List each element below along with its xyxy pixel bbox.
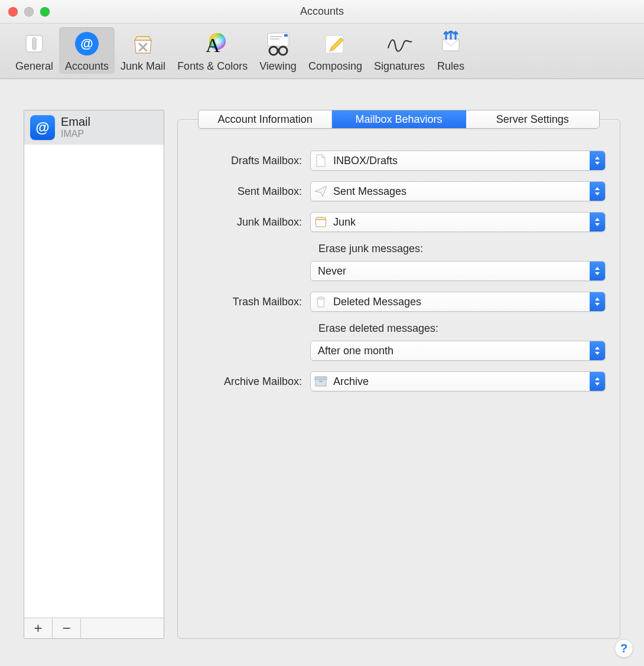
titlebar: Accounts — [0, 0, 644, 24]
close-window-button[interactable] — [8, 7, 18, 17]
toolbar-item-signatures[interactable]: Signatures — [368, 27, 431, 74]
footer-spacer — [81, 618, 164, 638]
zoom-window-button[interactable] — [40, 7, 50, 17]
paper-plane-icon — [311, 185, 331, 197]
svg-point-14 — [279, 47, 287, 55]
signatures-icon — [385, 30, 414, 58]
accounts-list: @ Email IMAP + − — [24, 110, 164, 639]
tab-account-information[interactable]: Account Information — [199, 110, 332, 128]
drafts-mailbox-popup[interactable]: INBOX/Drafts — [310, 151, 606, 171]
row-erase-junk: Never — [192, 261, 606, 281]
viewing-icon — [264, 30, 292, 58]
erase-deleted-popup[interactable]: After one month — [310, 341, 606, 361]
tab-server-settings[interactable]: Server Settings — [466, 110, 599, 128]
row-archive: Archive Mailbox: Archive — [192, 371, 606, 391]
archive-mailbox-popup[interactable]: Archive — [310, 371, 606, 391]
toolbar-item-rules[interactable]: Rules — [431, 27, 471, 74]
mailbox-behaviors-form: Drafts Mailbox: INBOX/Drafts — [192, 151, 606, 624]
accounts-icon: @ — [73, 30, 101, 58]
help-button[interactable]: ? — [614, 639, 633, 658]
toolbar-item-accounts[interactable]: @ Accounts — [59, 27, 115, 74]
toolbar-item-viewing[interactable]: Viewing — [253, 27, 303, 74]
toolbar-item-general[interactable]: General — [9, 27, 59, 74]
pane-frame: Drafts Mailbox: INBOX/Drafts — [177, 119, 620, 639]
trash-mailbox-popup[interactable]: Deleted Messages — [310, 292, 606, 312]
rules-icon — [437, 30, 465, 58]
composing-icon — [321, 30, 349, 58]
accounts-footer: + − — [24, 618, 164, 638]
svg-rect-10 — [284, 34, 288, 37]
general-icon — [20, 30, 48, 58]
chevrons-icon — [590, 151, 605, 170]
accounts-scroll[interactable]: @ Email IMAP — [24, 110, 164, 618]
chevrons-icon — [590, 213, 605, 231]
svg-text:@: @ — [80, 36, 93, 51]
label-drafts: Drafts Mailbox: — [192, 155, 310, 167]
add-account-button[interactable]: + — [24, 618, 53, 638]
row-junk: Junk Mailbox: Junk — [192, 212, 606, 232]
svg-rect-1 — [32, 38, 36, 50]
junk-box-icon — [311, 216, 331, 228]
toolbar-label: General — [15, 60, 53, 73]
svg-point-13 — [269, 47, 278, 55]
toolbar-label: Signatures — [374, 60, 425, 73]
svg-rect-21 — [319, 381, 323, 382]
popup-value: INBOX/Drafts — [331, 155, 590, 167]
toolbar-item-fonts-colors[interactable]: A Fonts & Colors — [171, 27, 253, 74]
toolbar-label: Rules — [437, 60, 464, 73]
fonts-colors-icon: A — [199, 30, 227, 58]
toolbar-label: Composing — [308, 60, 362, 73]
chevrons-icon — [590, 262, 605, 280]
label-erase-junk: Erase junk messages: — [318, 243, 606, 255]
tab-mailbox-behaviors[interactable]: Mailbox Behaviors — [332, 110, 466, 128]
svg-text:A: A — [206, 34, 220, 56]
popup-value: Deleted Messages — [331, 296, 590, 308]
chevrons-icon — [590, 372, 605, 391]
trash-icon — [311, 295, 331, 308]
popup-value: Archive — [331, 376, 590, 388]
popup-value: Junk — [331, 216, 590, 228]
account-tabs: Account Information Mailbox Behaviors Se… — [198, 110, 600, 129]
content-area: @ Email IMAP + − Account Information Mai… — [0, 92, 644, 666]
account-text: Email IMAP — [61, 115, 90, 139]
popup-value: Never — [311, 265, 590, 278]
label-erase-deleted: Erase deleted messages: — [318, 322, 606, 335]
account-row[interactable]: @ Email IMAP — [24, 110, 164, 145]
remove-account-button[interactable]: − — [53, 618, 81, 638]
row-sent: Sent Mailbox: Sent Messages — [192, 181, 606, 201]
svg-point-18 — [317, 297, 324, 299]
chevrons-icon — [590, 182, 605, 201]
row-erase-deleted: After one month — [192, 341, 606, 361]
at-sign-icon: @ — [30, 115, 55, 140]
toolbar-label: Fonts & Colors — [177, 60, 248, 73]
junk-mail-icon — [129, 30, 157, 58]
toolbar-label: Junk Mail — [121, 60, 165, 73]
toolbar-item-composing[interactable]: Composing — [303, 27, 368, 74]
junk-mailbox-popup[interactable]: Junk — [310, 212, 606, 232]
toolbar-label: Viewing — [259, 60, 297, 73]
popup-value: After one month — [311, 345, 590, 357]
erase-junk-popup[interactable]: Never — [310, 261, 606, 281]
account-type: IMAP — [61, 129, 90, 139]
window-controls — [8, 7, 50, 17]
popup-value: Sent Messages — [331, 185, 590, 198]
row-trash: Trash Mailbox: Deleted Messages — [192, 292, 606, 312]
account-name: Email — [61, 115, 90, 129]
sent-mailbox-popup[interactable]: Sent Messages — [310, 181, 606, 201]
label-sent: Sent Mailbox: — [192, 185, 310, 198]
svg-rect-19 — [316, 379, 326, 386]
chevrons-icon — [590, 341, 605, 360]
label-archive: Archive Mailbox: — [192, 376, 310, 388]
settings-pane: Account Information Mailbox Behaviors Se… — [177, 110, 620, 639]
toolbar-item-junk[interactable]: Junk Mail — [115, 27, 171, 74]
label-junk: Junk Mailbox: — [192, 216, 310, 228]
chevrons-icon — [590, 292, 605, 311]
label-trash: Trash Mailbox: — [192, 296, 310, 308]
archive-box-icon — [311, 376, 331, 387]
svg-rect-20 — [315, 377, 327, 380]
preferences-toolbar: General @ Accounts Junk Mail — [0, 24, 644, 79]
toolbar-label: Accounts — [65, 60, 109, 73]
minimize-window-button[interactable] — [24, 7, 34, 17]
document-icon — [311, 154, 331, 167]
window-title: Accounts — [0, 5, 644, 18]
